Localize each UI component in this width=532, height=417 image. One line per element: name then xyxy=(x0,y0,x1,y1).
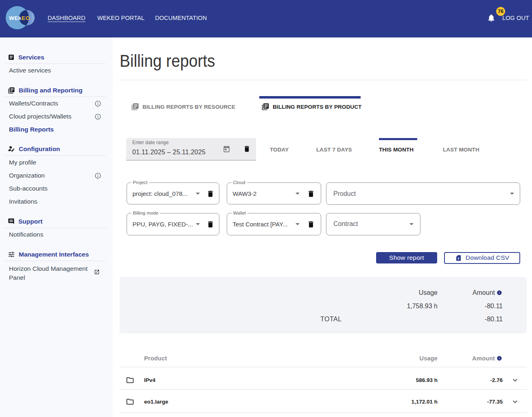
svg-text:WEkEO: WEkEO xyxy=(9,15,30,21)
